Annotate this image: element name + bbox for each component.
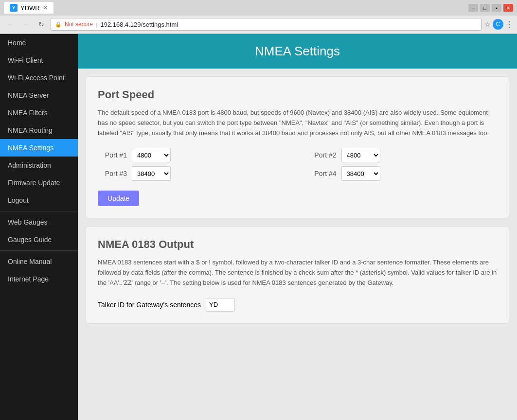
port2-item: Port #2 4800 9600 38400	[307, 148, 498, 162]
menu-button[interactable]: ⋮	[505, 20, 513, 29]
sidebar-item-home[interactable]: Home	[0, 34, 78, 52]
sidebar-item-nmea-server[interactable]: NMEA Server	[0, 87, 78, 104]
sidebar-item-wifi-ap[interactable]: Wi-Fi Access Point	[0, 69, 78, 87]
nmea-output-section: NMEA 0183 Output NMEA 0183 sentences sta…	[86, 226, 509, 323]
nmea-output-title: NMEA 0183 Output	[98, 238, 497, 251]
address-bar: ← → ↻ 🔒 Not secure | 192.168.4.129/setti…	[0, 16, 517, 34]
sidebar-item-firmware-update[interactable]: Firmware Update	[0, 174, 78, 192]
sidebar-item-nmea-routing[interactable]: NMEA Routing	[0, 122, 78, 139]
url-actions: ☆ C ⋮	[484, 19, 513, 30]
page-header: NMEA Settings	[78, 34, 517, 69]
restore-button[interactable]: □	[480, 4, 490, 12]
sidebar-item-online-manual[interactable]: Online Manual	[0, 253, 78, 270]
page-title: NMEA Settings	[88, 44, 507, 59]
extension-button[interactable]: C	[493, 19, 503, 30]
talker-label: Talker ID for Gateway's sentences	[98, 301, 201, 309]
refresh-button[interactable]: ↻	[35, 18, 48, 31]
maximize-button[interactable]: ▪	[492, 4, 501, 12]
sidebar-item-wifi-client[interactable]: Wi-Fi Client	[0, 52, 78, 69]
port3-label: Port #3	[98, 170, 127, 177]
port4-select[interactable]: 4800 9600 38400	[341, 166, 380, 181]
sidebar: Home Wi-Fi Client Wi-Fi Access Point NME…	[0, 34, 78, 420]
url-bar[interactable]: 🔒 Not secure | 192.168.4.129/settings.ht…	[51, 18, 481, 31]
port1-select[interactable]: 4800 9600 38400	[132, 148, 171, 162]
tab-title: YDWR	[20, 4, 40, 12]
tab-favicon: Y	[10, 4, 18, 12]
sidebar-divider	[0, 211, 78, 211]
port2-select[interactable]: 4800 9600 38400	[341, 148, 380, 162]
sidebar-item-internet-page[interactable]: Internet Page	[0, 270, 78, 288]
main-content: NMEA Settings Port Speed The default spe…	[78, 34, 517, 420]
lock-icon: 🔒	[55, 21, 62, 28]
minimize-button[interactable]: ─	[468, 4, 478, 12]
page-container: Home Wi-Fi Client Wi-Fi Access Point NME…	[0, 34, 517, 420]
port1-label: Port #1	[98, 151, 127, 159]
port1-item: Port #1 4800 9600 38400	[98, 148, 288, 162]
port4-item: Port #4 4800 9600 38400	[307, 166, 498, 181]
tab-close-button[interactable]: ✕	[43, 4, 48, 11]
port-speed-title: Port Speed	[98, 88, 497, 101]
content-area: Port Speed The default speed of a NMEA 0…	[78, 69, 517, 339]
sidebar-item-logout[interactable]: Logout	[0, 192, 78, 209]
talker-id-input[interactable]	[206, 298, 235, 312]
sidebar-item-web-gauges[interactable]: Web Gauges	[0, 213, 78, 231]
url-divider: |	[96, 21, 97, 28]
talker-row: Talker ID for Gateway's sentences	[98, 298, 497, 312]
sidebar-item-nmea-settings[interactable]: NMEA Settings	[0, 139, 78, 157]
ports-grid: Port #1 4800 9600 38400 Port #2 4800 960…	[98, 148, 497, 181]
browser-tab[interactable]: Y YDWR ✕	[4, 2, 53, 14]
port2-label: Port #2	[307, 151, 337, 159]
port-speed-description: The default speed of a NMEA 0183 port is…	[98, 108, 497, 138]
back-button[interactable]: ←	[4, 18, 17, 31]
nmea-output-description: NMEA 0183 sentences start with a $ or ! …	[98, 258, 497, 288]
port-speed-section: Port Speed The default speed of a NMEA 0…	[86, 76, 509, 218]
title-bar: Y YDWR ✕ ─ □ ▪ ✕	[0, 0, 517, 16]
sidebar-item-administration[interactable]: Administration	[0, 157, 78, 174]
security-label: Not secure	[65, 21, 93, 28]
sidebar-divider-2	[0, 250, 78, 251]
sidebar-item-gauges-guide[interactable]: Gauges Guide	[0, 231, 78, 248]
sidebar-item-nmea-filters[interactable]: NMEA Filters	[0, 104, 78, 122]
url-text: 192.168.4.129/settings.html	[100, 21, 178, 28]
bookmark-button[interactable]: ☆	[484, 20, 491, 28]
port3-select[interactable]: 4800 9600 38400	[132, 166, 171, 181]
close-button[interactable]: ✕	[503, 4, 513, 12]
port3-item: Port #3 4800 9600 38400	[98, 166, 288, 181]
forward-button[interactable]: →	[19, 18, 32, 31]
port4-label: Port #4	[307, 170, 337, 177]
update-button[interactable]: Update	[98, 191, 139, 206]
browser-chrome: Y YDWR ✕ ─ □ ▪ ✕ ← → ↻ 🔒 Not secure | 19…	[0, 0, 517, 34]
window-controls: ─ □ ▪ ✕	[468, 4, 513, 12]
